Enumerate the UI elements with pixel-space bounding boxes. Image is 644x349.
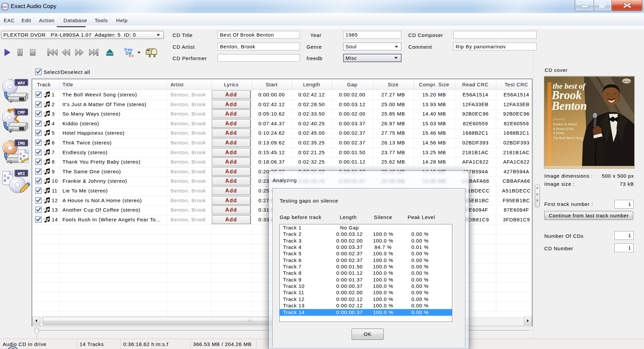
svg-text:WRI: WRI [17, 172, 25, 176]
svg-text:IMG: IMG [17, 141, 25, 146]
svg-text:EAC: EAC [2, 5, 8, 8]
svg-text:++: ++ [129, 53, 134, 58]
svg-text:U: U [7, 176, 9, 180]
svg-text:U: U [23, 154, 25, 158]
svg-text:E: E [20, 157, 22, 161]
svg-text:C: C [20, 152, 22, 156]
svg-text:E: E [4, 179, 6, 183]
svg-text:C: C [4, 174, 6, 178]
svg-text:CMP: CMP [17, 111, 25, 115]
svg-text:WAV: WAV [17, 81, 25, 86]
